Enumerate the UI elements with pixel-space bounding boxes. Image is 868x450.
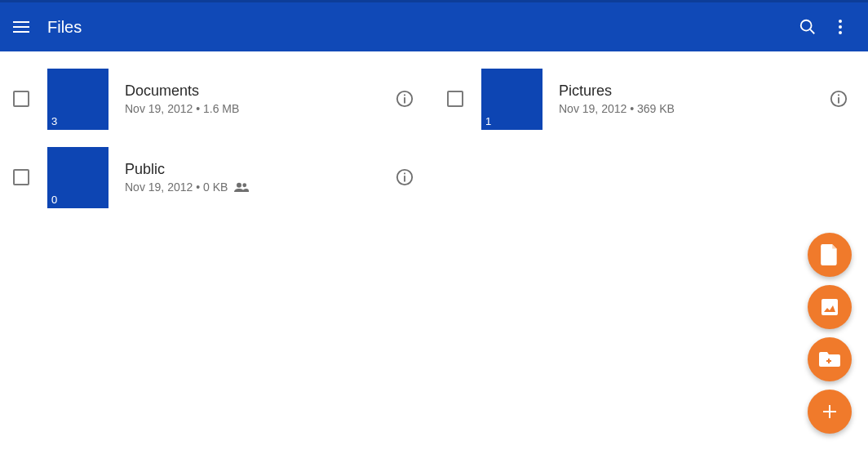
svg-rect-17 <box>404 176 405 181</box>
file-item[interactable]: 0 Public Nov 19, 2012 • 0 KB <box>0 138 434 216</box>
folder-thumbnail[interactable]: 3 <box>47 69 108 130</box>
item-count: 1 <box>485 115 491 127</box>
more-vert-icon <box>839 20 842 34</box>
fab-upload-image[interactable] <box>808 285 852 329</box>
search-button[interactable] <box>791 11 824 43</box>
meta-separator: • <box>193 102 203 115</box>
svg-line-4 <box>810 29 814 33</box>
fab-new-folder[interactable] <box>808 337 852 381</box>
more-button[interactable] <box>824 11 857 43</box>
svg-point-5 <box>839 20 842 23</box>
menu-button[interactable] <box>11 17 31 37</box>
svg-rect-21 <box>826 360 831 362</box>
info-icon <box>396 90 414 108</box>
svg-point-3 <box>801 20 812 31</box>
fab-stack <box>808 233 852 434</box>
svg-rect-19 <box>822 299 838 315</box>
file-meta: Nov 19, 2012 • 369 KB <box>559 102 822 115</box>
svg-rect-2 <box>13 31 29 33</box>
file-name: Public <box>125 161 388 178</box>
file-size: 1.6 MB <box>203 102 239 115</box>
file-info: Pictures Nov 19, 2012 • 369 KB <box>559 82 822 115</box>
select-checkbox[interactable] <box>13 169 29 185</box>
fab-add[interactable] <box>808 390 852 434</box>
svg-rect-9 <box>404 97 405 103</box>
fab-upload-file[interactable] <box>808 233 852 277</box>
file-meta: Nov 19, 2012 • 0 KB <box>125 180 388 194</box>
file-size: 369 KB <box>637 102 675 115</box>
file-icon <box>821 244 839 265</box>
file-meta: Nov 19, 2012 • 1.6 MB <box>125 102 388 115</box>
shared-icon <box>234 182 249 192</box>
svg-point-6 <box>839 25 842 29</box>
select-checkbox[interactable] <box>447 91 463 107</box>
appbar: Files <box>0 0 868 51</box>
file-grid: 3 Documents Nov 19, 2012 • 1.6 MB 1 Pict… <box>0 51 868 216</box>
select-checkbox[interactable] <box>13 91 29 107</box>
svg-rect-1 <box>13 26 29 28</box>
file-info: Documents Nov 19, 2012 • 1.6 MB <box>125 82 388 115</box>
file-size: 0 KB <box>203 180 228 194</box>
svg-rect-10 <box>404 95 405 96</box>
svg-point-15 <box>243 183 247 187</box>
plus-icon <box>820 402 839 421</box>
page-title: Files <box>47 18 791 37</box>
file-name: Pictures <box>559 82 822 100</box>
file-item[interactable]: 3 Documents Nov 19, 2012 • 1.6 MB <box>0 60 434 138</box>
svg-rect-12 <box>838 97 839 103</box>
info-icon <box>830 90 848 108</box>
image-icon <box>820 297 839 317</box>
item-count: 0 <box>51 194 57 206</box>
file-info: Public Nov 19, 2012 • 0 KB <box>125 161 388 194</box>
file-date: Nov 19, 2012 <box>125 180 193 194</box>
info-button[interactable] <box>388 161 421 194</box>
file-date: Nov 19, 2012 <box>559 102 627 115</box>
info-icon <box>396 168 414 186</box>
svg-rect-18 <box>404 173 405 175</box>
info-button[interactable] <box>822 82 855 115</box>
svg-rect-23 <box>823 411 836 412</box>
file-date: Nov 19, 2012 <box>125 102 193 115</box>
meta-separator: • <box>193 180 203 194</box>
folder-thumbnail[interactable]: 0 <box>47 147 108 208</box>
file-name: Documents <box>125 82 388 100</box>
file-item[interactable]: 1 Pictures Nov 19, 2012 • 369 KB <box>434 60 868 138</box>
folder-plus-icon <box>819 350 840 368</box>
svg-point-7 <box>839 31 842 34</box>
meta-separator: • <box>627 102 637 115</box>
svg-rect-0 <box>13 21 29 23</box>
folder-thumbnail[interactable]: 1 <box>481 69 542 130</box>
svg-rect-13 <box>838 95 839 96</box>
svg-point-14 <box>237 183 241 188</box>
search-icon <box>799 18 817 36</box>
hamburger-icon <box>13 21 29 33</box>
item-count: 3 <box>51 115 57 127</box>
info-button[interactable] <box>388 82 421 115</box>
